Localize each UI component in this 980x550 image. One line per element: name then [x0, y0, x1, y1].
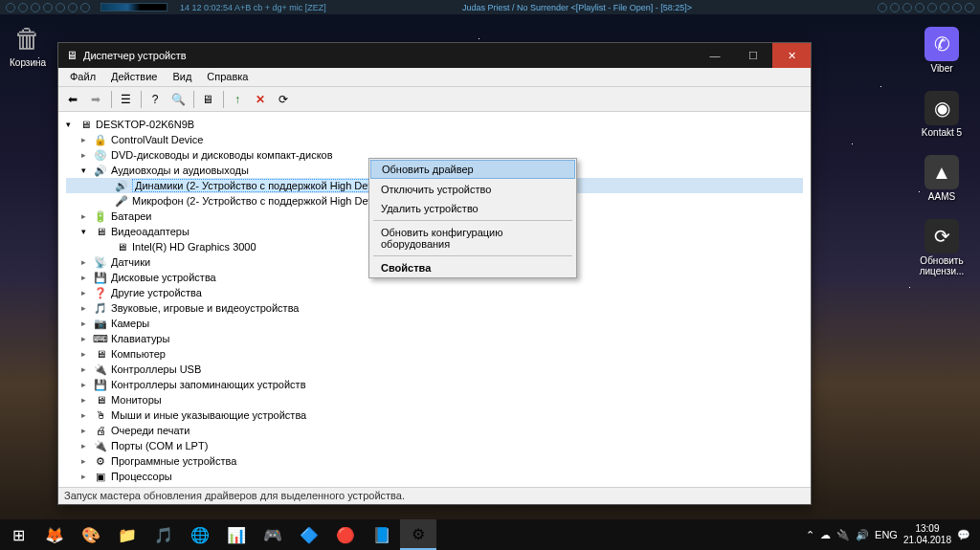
tree-item[interactable]: ▸▣Процессоры [66, 469, 803, 484]
clock[interactable]: 13:09 21.04.2018 [903, 523, 951, 546]
device-icon: 🖱 [93, 408, 108, 422]
taskbar-app[interactable]: 📁 [109, 519, 145, 550]
tray-cloud-icon[interactable]: ☁ [820, 529, 831, 541]
context-menu: Обновить драйверОтключить устройствоУдал… [368, 158, 577, 278]
close-button[interactable]: ✕ [772, 43, 811, 68]
taskbar-app[interactable]: 🔴 [327, 519, 364, 550]
clock-time: 13:09 [903, 523, 951, 535]
tree-item[interactable]: ▸🖥Компьютер [66, 346, 803, 362]
nav-back-icon[interactable]: ⬅ [62, 89, 83, 110]
taskbar-app[interactable]: 🎨 [73, 519, 109, 550]
start-button[interactable]: ⊞ [0, 519, 36, 550]
help-icon[interactable]: ? [145, 89, 166, 110]
menu-item[interactable]: Действие [103, 68, 165, 86]
tray-volume-icon[interactable]: 🔊 [856, 529, 869, 541]
menubar: ФайлДействиеВидСправка [58, 68, 811, 87]
wa-btn[interactable] [915, 3, 924, 12]
search-icon[interactable]: 🔍 [167, 89, 189, 110]
wa-btn[interactable] [902, 3, 912, 12]
tree-item[interactable]: ▸🖨Очереди печати [66, 423, 803, 438]
device-icon: 🔌 [93, 439, 108, 452]
scan-icon[interactable]: 🖥 [197, 89, 218, 110]
device-icon: 🎵 [93, 301, 108, 315]
wa-btn[interactable] [68, 3, 78, 12]
wa-btn[interactable] [952, 3, 962, 12]
taskbar-app[interactable]: 🦊 [36, 519, 73, 550]
uninstall-icon[interactable]: ✕ [250, 89, 271, 110]
tray-lang[interactable]: ENG [875, 529, 898, 540]
tree-item[interactable]: ▸💾Контроллеры запоминающих устройств [66, 377, 803, 392]
window-title: Диспетчер устройств [83, 50, 187, 61]
taskbar: ⊞ 🦊🎨📁🎵🌐📊🎮🔷🔴📘⚙ ⌃ ☁ 🔌 🔊 ENG 13:09 21.04.20… [0, 519, 980, 550]
tree-item[interactable]: ▸❓Другие устройства [66, 285, 803, 300]
taskbar-app[interactable]: 🌐 [182, 519, 218, 550]
taskbar-app[interactable]: ⚙ [400, 519, 436, 550]
device-icon: 💿 [93, 148, 108, 162]
minimize-button[interactable]: — [696, 43, 734, 68]
tree-item[interactable]: ▸🔌Контроллеры USB [66, 362, 803, 377]
wa-btn[interactable] [878, 3, 887, 12]
device-icon: 🎤 [114, 194, 129, 208]
tray-up-icon[interactable]: ⌃ [806, 529, 814, 541]
menu-item[interactable]: Файл [62, 68, 103, 86]
maximize-button[interactable]: ☐ [734, 43, 772, 68]
taskbar-app[interactable]: 🎮 [255, 519, 291, 550]
device-icon: 💾 [93, 378, 108, 391]
tree-item[interactable]: ▸🖱Мыши и иные указывающие устройства [66, 407, 803, 423]
device-icon: 🔌 [93, 363, 108, 376]
device-icon: 🖨 [93, 424, 108, 437]
clock-date: 21.04.2018 [903, 535, 951, 546]
media-player-bar: 14 12 0:02:54 A+B cb + dg+ mic [ZEZ] Jud… [0, 0, 980, 14]
device-icon: 🖥 [93, 393, 108, 407]
desktop-icon[interactable]: ▲AAMS [913, 155, 970, 202]
taskbar-app[interactable]: 🔷 [291, 519, 327, 550]
status-bar: Запуск мастера обновления драйверов для … [58, 487, 811, 504]
enable-icon[interactable]: ↑ [227, 89, 248, 110]
tray-power-icon[interactable]: 🔌 [836, 529, 850, 541]
show-tree-icon[interactable]: ☰ [115, 89, 136, 110]
wa-btn[interactable] [31, 3, 40, 12]
context-menu-item[interactable]: Свойства [369, 258, 576, 277]
update-icon[interactable]: ⟳ [273, 89, 294, 110]
device-icon: ▣ [93, 470, 108, 483]
tree-item[interactable]: ▸⌨Клавиатуры [66, 331, 803, 346]
context-menu-item[interactable]: Обновить конфигурацию оборудования [369, 223, 576, 253]
device-icon: 🖥 [93, 347, 108, 361]
recycle-label: Корзина [10, 57, 46, 68]
tree-item[interactable]: ▸🔌Порты (COM и LPT) [66, 438, 803, 453]
tree-item[interactable]: ▸🌐Сетевые адаптеры [66, 484, 803, 485]
tree-item[interactable]: ▸🎵Звуковые, игровые и видеоустройства [66, 300, 803, 316]
wa-btn[interactable] [56, 3, 65, 12]
wa-btn[interactable] [927, 3, 937, 12]
tree-item[interactable]: ▸🔒ControlVault Device [66, 132, 803, 147]
desktop-icon[interactable]: ✆Viber [913, 27, 970, 74]
taskbar-app[interactable]: 📊 [218, 519, 255, 550]
wa-equalizer [100, 3, 167, 11]
wa-btn[interactable] [6, 3, 15, 12]
menu-item[interactable]: Справка [199, 68, 256, 86]
context-menu-item[interactable]: Обновить драйвер [370, 160, 575, 179]
tray-notifications-icon[interactable]: 💬 [957, 529, 970, 541]
tree-item[interactable]: ▾🖥DESKTOP-02K6N9B [66, 117, 803, 132]
context-menu-item[interactable]: Удалить устройство [369, 199, 576, 218]
taskbar-app[interactable]: 📘 [364, 519, 400, 550]
wa-btn[interactable] [18, 3, 28, 12]
nav-fwd-icon[interactable]: ➡ [85, 89, 106, 110]
tree-item[interactable]: ▸⚙Программные устройства [66, 453, 803, 469]
wa-btn[interactable] [43, 3, 53, 12]
desktop-recycle-bin[interactable]: 🗑 Корзина [10, 21, 46, 68]
device-icon: 🖥 [78, 118, 93, 131]
desktop-icon[interactable]: ⟳Обновить лицензи... [913, 219, 970, 276]
wa-btn[interactable] [80, 3, 90, 12]
desktop-icon[interactable]: ◉Kontakt 5 [913, 91, 970, 138]
menu-item[interactable]: Вид [165, 68, 199, 86]
wa-btn[interactable] [965, 3, 974, 12]
tree-item[interactable]: ▸📷Камеры [66, 316, 803, 331]
taskbar-app[interactable]: 🎵 [145, 519, 182, 550]
wa-title: Judas Priest / No Surrender <[Playlist -… [462, 3, 692, 12]
wa-btn[interactable] [940, 3, 949, 12]
context-menu-item[interactable]: Отключить устройство [369, 180, 576, 199]
tree-item[interactable]: ▸🖥Мониторы [66, 392, 803, 407]
wa-btn[interactable] [890, 3, 900, 12]
device-icon: 🖥 [114, 240, 129, 253]
